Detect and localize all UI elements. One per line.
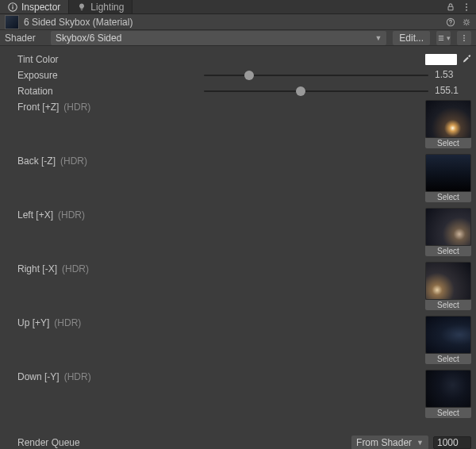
eyedropper-button[interactable] [462,54,471,66]
help-icon[interactable] [446,17,455,27]
texture-back-label: Back [-Z] [17,155,56,167]
hdr-suffix: (HDR) [64,371,91,382]
render-queue-label: Render Queue [17,437,204,448]
exposure-row: Exposure 1.53 [17,68,471,83]
shader-edit-button[interactable]: Edit... [393,31,430,45]
texture-left-label: Left [+X] [17,209,53,221]
hdr-suffix: (HDR) [58,209,85,221]
texture-up-label: Up [+Y] [17,317,49,328]
render-queue-dropdown[interactable]: From Shader ▼ [351,436,428,449]
shader-row: Shader Skybox/6 Sided ▼ Edit... ▾ [0,30,476,46]
svg-point-6 [466,6,467,8]
texture-right-label: Right [-X] [17,263,57,274]
texture-up-thumb[interactable] [425,316,471,354]
texture-left-thumb[interactable] [425,208,471,246]
svg-point-9 [450,23,451,24]
preset-icon[interactable] [462,17,471,27]
svg-point-12 [463,40,465,41]
texture-front-thumb[interactable] [425,100,471,138]
exposure-slider[interactable] [204,70,428,81]
hdr-suffix: (HDR) [54,317,81,328]
texture-back-thumb[interactable] [425,154,471,192]
svg-point-11 [463,37,465,39]
lock-icon[interactable] [446,2,455,12]
texture-row-back: Back [-Z](HDR) Select [17,154,471,203]
eyedropper-icon [462,54,471,63]
caret-down-icon: ▼ [416,439,424,447]
tab-inspector[interactable]: Inspector [0,0,69,13]
tint-color-label: Tint Color [17,54,204,65]
texture-front-label: Front [+Z] [17,102,59,113]
svg-rect-2 [12,4,13,5]
material-preview-icon [5,15,19,29]
shader-label: Shader [5,33,44,44]
rotation-row: Rotation 155.1 [17,84,471,98]
rotation-slider[interactable] [204,86,428,97]
texture-row-right: Right [-X](HDR) Select [17,262,471,311]
texture-down-select-button[interactable]: Select [425,408,471,418]
shader-menu-button[interactable] [457,31,471,45]
svg-point-10 [463,35,465,36]
shader-list-button[interactable]: ▾ [436,31,451,45]
tab-bar: Inspector Lighting [0,0,476,14]
menu-icon [460,34,468,42]
hdr-suffix: (HDR) [63,102,90,113]
render-queue-field[interactable]: 1000 [433,436,471,449]
svg-rect-1 [12,6,13,9]
svg-rect-4 [448,6,453,10]
texture-up-select-button[interactable]: Select [425,354,471,364]
render-queue-dropdown-value: From Shader [356,437,412,448]
caret-down-icon: ▼ [374,34,382,42]
shader-dropdown[interactable]: Skybox/6 Sided ▼ [51,31,386,45]
tab-lighting[interactable]: Lighting [69,0,132,13]
bulb-icon [77,2,86,12]
tint-color-swatch[interactable] [425,54,457,65]
svg-point-7 [466,9,467,10]
exposure-label: Exposure [17,70,204,81]
material-header: 6 Sided Skybox (Material) [0,14,476,30]
caret-down-icon: ▾ [447,34,451,42]
texture-front-select-button[interactable]: Select [425,138,471,148]
exposure-field[interactable]: 1.53 [433,69,471,82]
info-icon [8,2,17,12]
hdr-suffix: (HDR) [60,155,87,167]
texture-row-down: Down [-Y](HDR) Select [17,370,471,419]
render-queue-row: Render Queue From Shader ▼ 1000 [17,435,471,449]
texture-row-front: Front [+Z](HDR) Select [17,100,471,149]
menu-icon[interactable] [462,2,471,12]
tab-lighting-label: Lighting [90,2,124,13]
shader-edit-label: Edit... [399,33,424,44]
texture-down-label: Down [-Y] [17,371,60,382]
svg-point-5 [466,3,467,5]
hdr-suffix: (HDR) [62,263,89,274]
texture-row-up: Up [+Y](HDR) Select [17,316,471,365]
svg-rect-3 [81,10,83,10]
properties-body: Tint Color Exposure 1.53 Rotation [0,46,476,449]
shader-dropdown-value: Skybox/6 Sided [56,33,121,44]
texture-back-select-button[interactable]: Select [425,192,471,202]
texture-right-select-button[interactable]: Select [425,300,471,310]
texture-row-left: Left [+X](HDR) Select [17,208,471,257]
texture-right-thumb[interactable] [425,262,471,300]
tab-inspector-label: Inspector [21,2,60,13]
rotation-field[interactable]: 155.1 [433,85,471,98]
tint-color-row: Tint Color [17,52,471,67]
rotation-label: Rotation [17,86,204,97]
texture-left-select-button[interactable]: Select [425,246,471,256]
list-icon [437,34,445,42]
material-title: 6 Sided Skybox (Material) [24,17,441,28]
texture-down-thumb[interactable] [425,370,471,408]
